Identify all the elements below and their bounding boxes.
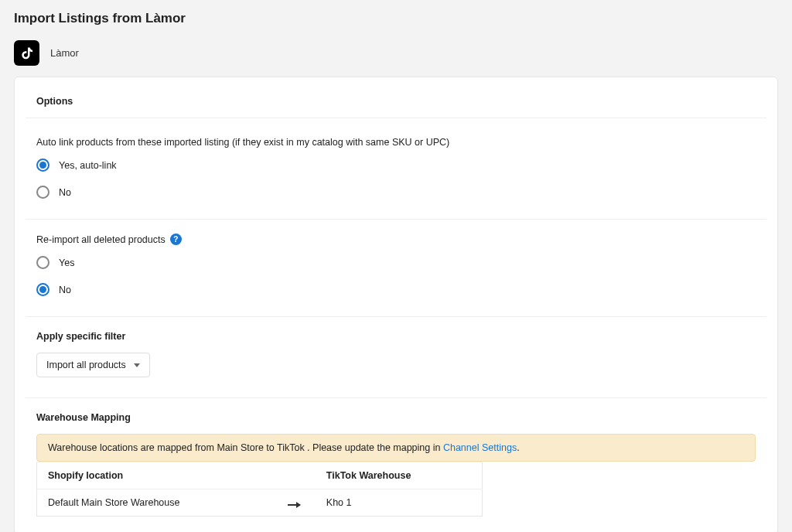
col-shopify-location: Shopify location [37,462,277,489]
table-row: Default Main Store Warehouse Kho 1 [37,489,483,517]
shop-name: Làmor [50,47,79,59]
warehouse-title: Warehouse Mapping [36,412,756,423]
chevron-down-icon [134,363,140,367]
auto-link-question: Auto link products from these imported l… [36,137,756,148]
auto-link-radio-group: Yes, auto-link No [36,159,756,199]
auto-link-yes-radio[interactable]: Yes, auto-link [36,159,756,172]
channel-settings-link[interactable]: Channel Settings [443,442,517,453]
reimport-no-radio[interactable]: No [36,283,756,296]
radio-label: No [59,285,71,295]
radio-icon [36,159,50,172]
options-card: Options Auto link products from these im… [14,77,778,532]
cell-arrow [277,489,316,517]
shop-header: Làmor [14,40,778,66]
radio-label: Yes, auto-link [59,160,117,171]
radio-icon [36,186,50,199]
apply-filter-title: Apply specific filter [36,331,756,342]
tiktok-icon [14,40,39,66]
reimport-radio-group: Yes No [36,256,756,296]
radio-icon [36,256,50,269]
warehouse-table: Shopify location TikTok Warehouse Defaul… [36,462,483,517]
radio-icon [36,283,50,296]
options-title: Options [36,96,756,107]
filter-dropdown[interactable]: Import all products [36,353,150,377]
col-arrow [277,462,316,489]
alert-text-suffix: . [517,442,519,453]
table-header-row: Shopify location TikTok Warehouse [37,462,483,489]
col-tiktok-warehouse: TikTok Warehouse [316,462,482,489]
cell-tiktok-warehouse: Kho 1 [316,489,482,517]
auto-link-no-radio[interactable]: No [36,186,756,199]
radio-label: No [59,187,71,198]
help-icon[interactable]: ? [170,234,182,245]
reimport-question: Re-import all deleted products ? [36,234,756,245]
arrow-right-icon [288,504,300,506]
reimport-yes-radio[interactable]: Yes [36,256,756,269]
alert-text-prefix: Warehouse locations are mapped from Main… [48,442,443,453]
warehouse-alert: Warehouse locations are mapped from Main… [36,434,756,462]
reimport-question-text: Re-import all deleted products [36,234,166,245]
radio-label: Yes [59,257,74,268]
filter-selected-value: Import all products [46,360,126,370]
page-title: Import Listings from Làmor [14,11,778,26]
cell-shopify-location: Default Main Store Warehouse [37,489,277,517]
